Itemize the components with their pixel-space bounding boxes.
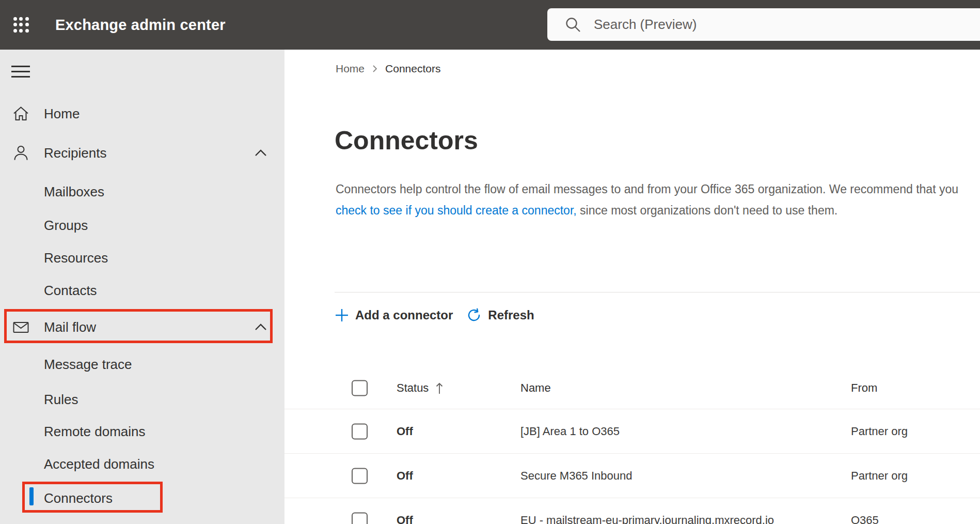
create-connector-check-link[interactable]: check to see if you should create a conn… — [336, 204, 577, 217]
breadcrumb: Home Connectors — [336, 61, 440, 76]
home-icon — [12, 105, 29, 122]
status-header-label: Status — [397, 381, 429, 395]
row-name: EU - mailstream-eu-primary.journaling.mx… — [520, 514, 774, 524]
row-status: Off — [397, 425, 413, 438]
select-all-checkbox[interactable] — [352, 380, 368, 396]
app-title: Exchange admin center — [55, 0, 226, 50]
column-header-name[interactable]: Name — [520, 381, 551, 395]
chevron-right-icon — [372, 64, 378, 73]
app-launcher-icon[interactable] — [12, 16, 30, 34]
sidebar-item-remote-domains[interactable]: Remote domains — [0, 417, 284, 446]
breadcrumb-current[interactable]: Connectors — [385, 63, 440, 75]
select-row-checkbox[interactable] — [352, 423, 368, 439]
search-input[interactable] — [594, 17, 980, 33]
sidebar-item-label: Mail flow — [44, 313, 96, 342]
sidebar-nav: Home Recipients Mailboxes Groups Resourc… — [0, 50, 284, 524]
add-connector-label: Add a connector — [355, 308, 453, 322]
sidebar-item-connectors[interactable]: Connectors — [0, 484, 284, 513]
refresh-icon — [466, 307, 482, 323]
sidebar-item-contacts[interactable]: Contacts — [0, 276, 284, 305]
person-icon — [12, 145, 29, 162]
refresh-label: Refresh — [488, 308, 534, 322]
sidebar-item-message-trace[interactable]: Message trace — [0, 350, 284, 379]
row-from: Partner org — [851, 469, 908, 483]
description-text-after: since most organizations don't need to u… — [577, 204, 838, 217]
column-header-from[interactable]: From — [851, 381, 877, 395]
sidebar-item-mailboxes[interactable]: Mailboxes — [0, 177, 284, 206]
top-bar: Exchange admin center — [0, 0, 980, 50]
page-description: Connectors help control the flow of emai… — [336, 179, 980, 221]
row-name: [JB] Area 1 to O365 — [520, 425, 620, 438]
select-row-checkbox[interactable] — [352, 512, 368, 524]
sidebar-item-label: Accepted domains — [44, 450, 154, 479]
sidebar-item-label: Connectors — [44, 484, 113, 513]
sidebar-item-label: Groups — [44, 211, 88, 240]
table-header-row: Status Name From — [284, 367, 980, 409]
sidebar-item-label: Resources — [44, 243, 108, 272]
table-row[interactable]: Off Secure M365 Inbound Partner org — [284, 454, 980, 498]
row-name: Secure M365 Inbound — [520, 469, 633, 483]
description-text-before: Connectors help control the flow of emai… — [336, 182, 958, 196]
page-title: Connectors — [335, 126, 478, 156]
breadcrumb-home-link[interactable]: Home — [336, 63, 365, 75]
sidebar-item-mail-flow[interactable]: Mail flow — [0, 313, 284, 342]
row-status: Off — [397, 469, 413, 483]
row-from: O365 — [851, 514, 879, 524]
refresh-button[interactable]: Refresh — [466, 307, 534, 323]
sidebar-item-resources[interactable]: Resources — [0, 243, 284, 272]
search-box[interactable] — [547, 8, 980, 41]
sidebar-item-label: Recipients — [44, 138, 106, 167]
sidebar-item-groups[interactable]: Groups — [0, 211, 284, 240]
sidebar-item-label: Remote domains — [44, 417, 146, 446]
plus-icon — [335, 308, 349, 322]
table-row[interactable]: Off EU - mailstream-eu-primary.journalin… — [284, 498, 980, 524]
row-from: Partner org — [851, 425, 908, 438]
sidebar-item-recipients[interactable]: Recipients — [0, 138, 284, 167]
add-connector-button[interactable]: Add a connector — [335, 308, 453, 322]
sidebar-item-home[interactable]: Home — [0, 99, 284, 128]
sidebar-item-label: Rules — [44, 385, 78, 414]
sort-ascending-icon — [435, 381, 444, 395]
connectors-table: Status Name From Off [JB] Area 1 to O365… — [284, 367, 980, 524]
select-row-checkbox[interactable] — [352, 468, 368, 484]
sidebar-item-label: Home — [44, 99, 80, 128]
hamburger-menu-icon[interactable] — [11, 66, 30, 77]
row-status: Off — [397, 514, 413, 524]
sidebar-item-rules[interactable]: Rules — [0, 385, 284, 414]
sidebar-item-label: Contacts — [44, 276, 97, 305]
sidebar-item-accepted-domains[interactable]: Accepted domains — [0, 450, 284, 479]
chevron-up-icon[interactable] — [254, 148, 267, 158]
toolbar-divider — [335, 292, 980, 292]
column-header-status[interactable]: Status — [397, 381, 444, 395]
table-row[interactable]: Off [JB] Area 1 to O365 Partner org — [284, 409, 980, 454]
mail-icon — [12, 319, 29, 336]
chevron-up-icon[interactable] — [254, 322, 267, 332]
search-icon — [564, 16, 582, 34]
sidebar-item-label: Message trace — [44, 350, 132, 379]
sidebar-item-label: Mailboxes — [44, 177, 104, 206]
main-content: Home Connectors Connectors Connectors he… — [284, 50, 980, 524]
toolbar: Add a connector Refresh — [335, 304, 534, 327]
